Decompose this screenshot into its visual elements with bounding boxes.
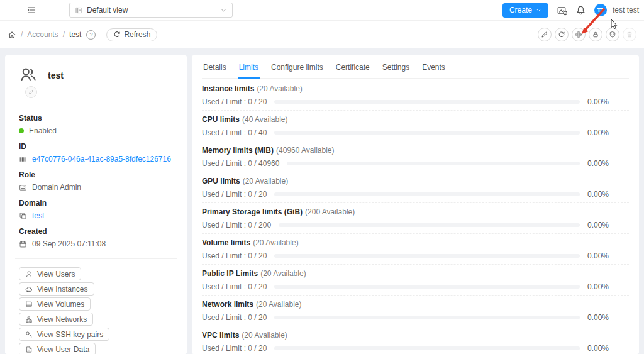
trash-icon xyxy=(626,31,633,38)
info-field-value[interactable]: test xyxy=(32,211,44,220)
disable-account-button[interactable] xyxy=(572,28,586,41)
notification-bell-icon[interactable] xyxy=(575,5,586,16)
view-icon xyxy=(75,6,83,14)
limit-row: Memory limits (MiB)(40960 Available) Use… xyxy=(202,141,629,172)
limit-percent: 0.00% xyxy=(587,252,613,260)
subheader: / Accounts / test Refresh xyxy=(0,21,644,48)
menu-fold-icon[interactable] xyxy=(26,5,36,15)
limit-available: (20 Available) xyxy=(243,177,289,185)
info-field-label: ID xyxy=(19,142,173,151)
limit-progress-bar xyxy=(287,162,580,165)
view-selector[interactable]: Default view xyxy=(69,3,233,18)
limit-used-value: Used / Limit : 0 / 20 xyxy=(202,190,267,199)
account-name: test xyxy=(48,70,64,80)
breadcrumb: / Accounts / test Refresh xyxy=(8,28,157,41)
limit-progress-bar xyxy=(274,131,580,135)
lock-account-button[interactable] xyxy=(589,28,602,41)
create-button-label: Create xyxy=(509,6,532,14)
chevron-down-icon xyxy=(536,8,541,13)
limit-percent: 0.00% xyxy=(587,282,613,291)
view-instances-button[interactable]: View Instances xyxy=(19,282,94,296)
topbar: Default view Create TT test test xyxy=(0,0,644,21)
tab-certificate[interactable]: Certificate xyxy=(335,63,371,78)
cloud-icon xyxy=(25,285,33,293)
limit-available: (20 Available) xyxy=(260,269,306,278)
limit-used-value: Used / Limit : 0 / 200 xyxy=(202,221,271,230)
breadcrumb-separator: / xyxy=(21,30,23,39)
limit-percent: 0.00% xyxy=(587,344,613,353)
limit-available: (20 Available) xyxy=(242,331,287,340)
help-icon[interactable] xyxy=(86,30,96,40)
limit-available: (20 Available) xyxy=(256,300,302,309)
apartment-icon xyxy=(25,316,33,323)
view-user-data-button[interactable]: View User Data xyxy=(19,343,96,354)
limit-row: CPU limits(40 Available) Used / Limit : … xyxy=(202,111,629,141)
limit-used-value: Used / Limit : 0 / 20 xyxy=(202,313,267,322)
edit-name-button[interactable] xyxy=(25,86,37,98)
tab-events[interactable]: Events xyxy=(421,63,447,78)
refresh-button[interactable]: Refresh xyxy=(106,28,157,41)
limit-percent: 0.00% xyxy=(587,313,613,322)
limit-percent: 0.00% xyxy=(587,128,613,137)
certificate-button[interactable] xyxy=(606,28,619,41)
limit-row: Instance limits(20 Available) Used / Lim… xyxy=(202,80,629,111)
limit-available: (40960 Available) xyxy=(276,146,335,155)
refresh-button-label: Refresh xyxy=(124,30,150,39)
idcard-icon xyxy=(19,184,27,192)
limit-row: Primary Storage limits (GiB)(200 Availab… xyxy=(202,203,629,234)
info-field-domain: Domain test xyxy=(19,199,173,220)
tab-details[interactable]: Details xyxy=(202,63,228,78)
account-team-icon xyxy=(19,65,38,84)
info-field-value[interactable]: e47c0776-046a-41ac-89a5-8fdfec126716 xyxy=(32,155,171,163)
avatar[interactable]: TT xyxy=(594,4,607,16)
limit-percent: 0.00% xyxy=(587,221,613,230)
view-ssh-key-pairs-button[interactable]: View SSH key pairs xyxy=(19,328,109,341)
limit-progress-bar xyxy=(274,192,580,196)
tab-configure-limits[interactable]: Configure limits xyxy=(270,63,325,78)
limits-list: Instance limits(20 Available) Used / Lim… xyxy=(202,80,629,354)
tab-limits[interactable]: Limits xyxy=(238,63,260,79)
limit-row: GPU limits(20 Available) Used / Limit : … xyxy=(202,172,629,203)
create-button[interactable]: Create xyxy=(502,3,548,18)
divider xyxy=(15,258,177,259)
limit-available: (20 Available) xyxy=(257,84,303,93)
view-networks-button[interactable]: View Networks xyxy=(19,313,93,326)
edit-account-button[interactable] xyxy=(538,28,552,41)
pause-circle-icon xyxy=(575,31,582,38)
info-field-value: Enabled xyxy=(29,126,57,135)
limit-row: Network limits(20 Available) Used / Limi… xyxy=(202,296,629,326)
project-selector-icon[interactable] xyxy=(557,5,567,16)
tab-settings[interactable]: Settings xyxy=(381,63,411,78)
limit-progress-bar xyxy=(274,346,580,350)
info-field-role: Role Domain Admin xyxy=(19,170,173,192)
view-volumes-button[interactable]: View Volumes xyxy=(19,297,91,311)
limit-title: Instance limits xyxy=(202,84,254,93)
user-icon xyxy=(25,270,33,278)
view-button-label: View Networks xyxy=(37,315,87,324)
account-header: test xyxy=(19,65,173,98)
limit-title: Volume limits xyxy=(202,238,250,247)
breadcrumb-separator: / xyxy=(63,30,65,39)
limit-title: VPC limits xyxy=(202,331,239,340)
update-resource-count-button[interactable] xyxy=(555,28,569,41)
limit-progress-bar xyxy=(274,254,580,258)
edit-icon xyxy=(28,89,34,95)
barcode-icon xyxy=(19,155,27,163)
hdd-icon xyxy=(25,301,33,308)
view-button-label: View User Data xyxy=(37,345,89,354)
info-field-status: Status Enabled xyxy=(19,114,173,135)
info-field-label: Domain xyxy=(19,199,173,207)
view-button-label: View Instances xyxy=(37,285,88,294)
limit-progress-bar xyxy=(279,223,580,227)
key-icon xyxy=(25,331,33,338)
tabs: DetailsLimitsConfigure limitsCertificate… xyxy=(202,55,629,79)
account-fields: Status Enabled ID e47c0776-046a-41ac-89a… xyxy=(19,114,173,248)
info-field-value-row: Enabled xyxy=(19,126,173,135)
limit-row: VPC limits(20 Available) Used / Limit : … xyxy=(202,326,629,354)
view-users-button[interactable]: View Users xyxy=(19,267,81,280)
user-name[interactable]: test test xyxy=(613,6,639,14)
breadcrumb-accounts-link[interactable]: Accounts xyxy=(27,30,58,39)
view-buttons: View UsersView InstancesView VolumesView… xyxy=(19,267,173,354)
view-button-label: View Volumes xyxy=(37,300,84,309)
home-icon[interactable] xyxy=(8,30,16,39)
